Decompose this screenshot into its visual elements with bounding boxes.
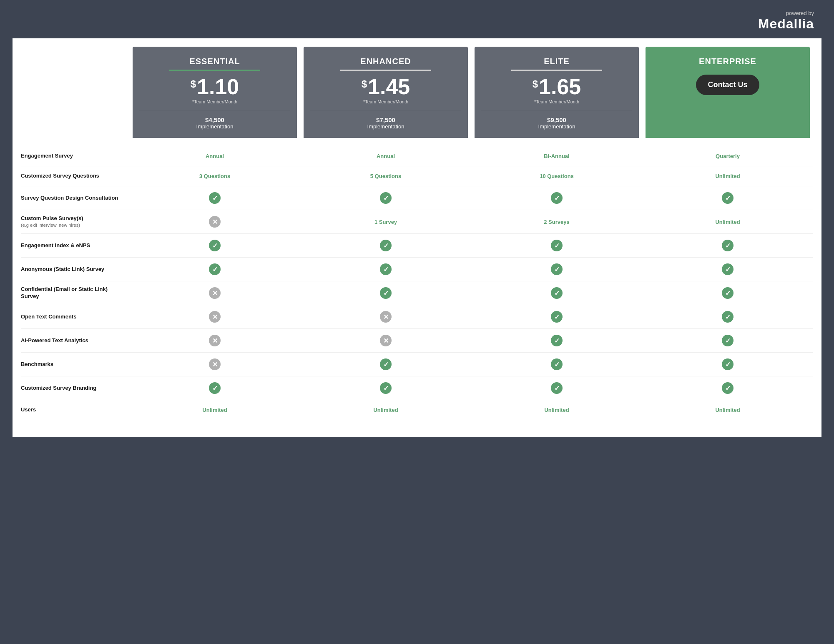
price-value-enhanced: 1.45 xyxy=(368,76,410,98)
feature-cell-essential: 3 Questions xyxy=(129,171,300,181)
main-content: ESSENTIAL $ 1.10 *Team Member/Month $4,5… xyxy=(13,38,821,437)
plan-price-elite: $ 1.65 xyxy=(481,76,632,98)
branding-block: powered by Medallia xyxy=(758,10,814,32)
feature-label: Benchmarks xyxy=(21,361,129,368)
plan-name-enhanced: ENHANCED xyxy=(310,57,461,66)
feature-cell-elite: ✓ xyxy=(471,238,642,253)
feature-cell-elite: ✓ xyxy=(471,286,642,301)
check-icon: ✓ xyxy=(551,263,563,275)
contact-us-button[interactable]: Contact Us xyxy=(696,75,759,95)
feature-cell-essential: ✓ xyxy=(129,238,300,253)
check-icon: ✓ xyxy=(551,240,563,251)
check-icon: ✓ xyxy=(209,192,221,204)
feature-cell-elite: 10 Questions xyxy=(471,171,642,181)
feature-cell-elite: 2 Surveys xyxy=(471,217,642,227)
check-icon: ✓ xyxy=(551,382,563,394)
impl-amount-essential: $4,500 xyxy=(139,116,290,123)
x-icon: ✕ xyxy=(209,335,221,346)
feature-label: Survey Question Design Consultation xyxy=(21,195,129,202)
x-icon: ✕ xyxy=(209,287,221,299)
feature-cell-enterprise: ✓ xyxy=(642,357,813,372)
feature-cell-enterprise: ✓ xyxy=(642,190,813,205)
feature-label: Custom Pulse Survey(s)(e.g exit intervie… xyxy=(21,215,129,228)
check-icon: ✓ xyxy=(551,311,563,323)
feature-cell-essential: Annual xyxy=(129,151,300,161)
feature-cell-enhanced: ✓ xyxy=(300,286,471,301)
check-icon: ✓ xyxy=(551,358,563,370)
feature-cell-enterprise: Unlimited xyxy=(642,171,813,181)
feature-cell-enhanced: 1 Survey xyxy=(300,217,471,227)
plan-implementation-essential: $4,500 Implementation xyxy=(139,111,290,130)
feature-cell-enterprise: ✓ xyxy=(642,333,813,348)
check-icon: ✓ xyxy=(722,192,734,204)
check-icon: ✓ xyxy=(380,192,392,204)
feature-cell-essential: ✕ xyxy=(129,214,300,229)
company-name: Medallia xyxy=(758,16,814,31)
feature-label: Customized Survey Questions xyxy=(21,173,129,180)
check-icon: ✓ xyxy=(722,382,734,394)
feature-cell-enhanced: Annual xyxy=(300,151,471,161)
feature-row: Anonymous (Static Link) Survey✓✓✓✓ xyxy=(21,258,813,281)
feature-cell-elite: Bi-Annual xyxy=(471,151,642,161)
plan-price-enhanced: $ 1.45 xyxy=(310,76,461,98)
feature-cell-enterprise: ✓ xyxy=(642,309,813,324)
plan-name-essential: ESSENTIAL xyxy=(139,57,290,66)
plan-underline-essential xyxy=(169,70,260,71)
feature-cell-elite: ✓ xyxy=(471,190,642,205)
plan-price-essential: $ 1.10 xyxy=(139,76,290,98)
plan-price-sub-essential: *Team Member/Month xyxy=(139,99,290,104)
feature-cell-enhanced: ✕ xyxy=(300,333,471,348)
feature-label: Anonymous (Static Link) Survey xyxy=(21,266,129,273)
feature-label: Open Text Comments xyxy=(21,313,129,321)
feature-cell-enterprise: Unlimited xyxy=(642,405,813,415)
feature-label: Engagement Survey xyxy=(21,153,129,160)
plan-underline-enhanced xyxy=(340,70,431,71)
feature-row: Confidential (Email or Static Link) Surv… xyxy=(21,281,813,305)
feature-cell-enhanced: 5 Questions xyxy=(300,171,471,181)
impl-label-enhanced: Implementation xyxy=(310,123,461,130)
feature-row: Open Text Comments✕✕✓✓ xyxy=(21,305,813,329)
feature-cell-elite: ✓ xyxy=(471,309,642,324)
feature-cell-enhanced: ✓ xyxy=(300,381,471,396)
price-value-essential: 1.10 xyxy=(197,76,239,98)
powered-by-text: powered by xyxy=(758,10,814,16)
features-table: Engagement SurveyAnnualAnnualBi-AnnualQu… xyxy=(13,130,821,420)
check-icon: ✓ xyxy=(380,382,392,394)
dollar-sign-enhanced: $ xyxy=(362,79,367,89)
feature-label: Users xyxy=(21,406,129,413)
check-icon: ✓ xyxy=(380,287,392,299)
plan-price-sub-elite: *Team Member/Month xyxy=(481,99,632,104)
dollar-sign-essential: $ xyxy=(191,79,196,89)
bottom-bar xyxy=(0,437,834,644)
feature-cell-essential: ✕ xyxy=(129,357,300,372)
feature-cell-elite: Unlimited xyxy=(471,405,642,415)
impl-label-elite: Implementation xyxy=(481,123,632,130)
feature-row: Benchmarks✕✓✓✓ xyxy=(21,353,813,376)
pricing-header: ESSENTIAL $ 1.10 *Team Member/Month $4,5… xyxy=(13,38,821,130)
feature-cell-elite: ✓ xyxy=(471,333,642,348)
feature-label: Customized Survey Branding xyxy=(21,385,129,392)
feature-cell-enterprise: Quarterly xyxy=(642,151,813,161)
plan-card-elite: ELITE $ 1.65 *Team Member/Month $9,500 I… xyxy=(475,47,639,138)
impl-amount-elite: $9,500 xyxy=(481,116,632,123)
feature-cell-enterprise: ✓ xyxy=(642,262,813,277)
x-icon: ✕ xyxy=(209,311,221,323)
plan-underline-elite xyxy=(511,70,602,71)
top-bar: powered by Medallia xyxy=(0,0,834,38)
feature-label: Confidential (Email or Static Link) Surv… xyxy=(21,286,129,300)
feature-cell-essential: ✕ xyxy=(129,333,300,348)
feature-label: Engagement Index & eNPS xyxy=(21,242,129,249)
x-icon: ✕ xyxy=(380,311,392,323)
feature-row: Customized Survey Questions3 Questions5 … xyxy=(21,166,813,186)
plan-name-enterprise: ENTERPRISE xyxy=(652,57,803,66)
dollar-sign-elite: $ xyxy=(533,79,538,89)
feature-cell-essential: ✓ xyxy=(129,262,300,277)
check-icon: ✓ xyxy=(209,382,221,394)
check-icon: ✓ xyxy=(380,240,392,251)
impl-amount-enhanced: $7,500 xyxy=(310,116,461,123)
check-icon: ✓ xyxy=(722,240,734,251)
feature-cell-enhanced: ✓ xyxy=(300,357,471,372)
plan-implementation-elite: $9,500 Implementation xyxy=(481,111,632,130)
plan-card-enterprise: ENTERPRISE Contact Us xyxy=(646,47,810,138)
check-icon: ✓ xyxy=(722,287,734,299)
